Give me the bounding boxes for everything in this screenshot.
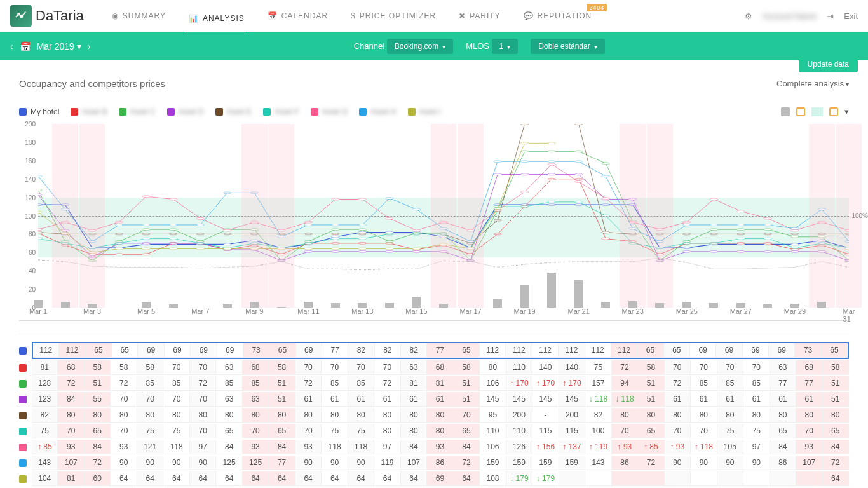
price-cell[interactable]: 112	[585, 343, 611, 358]
price-cell[interactable]: 84	[823, 440, 849, 454]
price-cell[interactable]	[559, 471, 585, 486]
price-cell[interactable]: 121	[137, 440, 163, 454]
price-cell[interactable]: 107	[401, 456, 427, 470]
price-cell[interactable]: ↑ 93	[665, 440, 691, 454]
price-cell[interactable]: 70	[796, 424, 822, 438]
price-cell[interactable]: 81	[401, 376, 427, 391]
price-cell[interactable]: 80	[111, 408, 137, 423]
price-cell[interactable]: 112	[33, 343, 59, 358]
price-cell[interactable]: 70	[691, 424, 717, 438]
toggle-b[interactable]	[829, 107, 838, 116]
price-cell[interactable]: 70	[454, 408, 480, 423]
price-cell[interactable]: 65	[216, 424, 242, 438]
price-cell[interactable]: 64	[322, 471, 348, 486]
legend-item[interactable]: Hotel I	[408, 107, 442, 116]
price-cell[interactable]: 75	[348, 424, 374, 438]
price-cell[interactable]: 69	[296, 343, 322, 358]
price-cell[interactable]: 100	[585, 424, 611, 438]
price-cell[interactable]: 61	[717, 392, 743, 407]
price-cell[interactable]: 61	[665, 392, 691, 407]
price-cell[interactable]: 110	[506, 424, 532, 438]
price-cell[interactable]: 140	[559, 360, 585, 375]
price-cell[interactable]: 85	[348, 376, 374, 391]
price-cell[interactable]: 80	[427, 424, 453, 438]
price-cell[interactable]: 118	[348, 440, 374, 454]
price-cell[interactable]: 61	[348, 392, 374, 407]
price-cell[interactable]: 85	[216, 376, 242, 391]
price-cell[interactable]: 65	[85, 424, 111, 438]
price-cell[interactable]: 112	[611, 343, 637, 358]
exit-link[interactable]: Exit	[844, 11, 858, 21]
price-cell[interactable]: 80	[269, 408, 295, 423]
price-cell[interactable]: 93	[111, 440, 137, 454]
price-cell[interactable]: 70	[243, 424, 269, 438]
price-cell[interactable]: 72	[111, 376, 137, 391]
price-chart[interactable]: 020406080100120140160180200 100% Mar 1Ma…	[19, 124, 849, 321]
price-cell[interactable]: 65	[770, 424, 796, 438]
price-cell[interactable]: 82	[348, 343, 374, 358]
price-cell[interactable]: 69	[427, 471, 453, 486]
price-cell[interactable]: 85	[322, 376, 348, 391]
price-cell[interactable]: -	[532, 408, 559, 423]
price-cell[interactable]: 80	[243, 408, 269, 423]
price-cell[interactable]: 75	[743, 424, 770, 438]
price-cell[interactable]: 80	[427, 408, 453, 423]
toggle-a[interactable]	[796, 107, 805, 116]
price-cell[interactable]	[691, 471, 717, 486]
price-cell[interactable]: 63	[243, 392, 269, 407]
legend-item[interactable]: Hotel H	[359, 107, 396, 116]
price-cell[interactable]: ↓ 179	[532, 471, 559, 486]
price-cell[interactable]: 72	[454, 456, 480, 470]
price-cell[interactable]: 86	[612, 456, 638, 470]
settings-icon[interactable]: ⚙	[745, 11, 752, 21]
price-cell[interactable]: 61	[796, 392, 822, 407]
price-cell[interactable]: 80	[665, 408, 691, 423]
price-cell[interactable]: 115	[532, 424, 559, 438]
price-cell[interactable]: 75	[137, 424, 163, 438]
price-cell[interactable]: 97	[374, 440, 400, 454]
price-cell[interactable]: 84	[269, 440, 295, 454]
price-cell[interactable]: 58	[111, 360, 137, 375]
price-cell[interactable]: 70	[374, 360, 400, 375]
price-cell[interactable]: 143	[585, 456, 611, 470]
price-cell[interactable]: 70	[295, 360, 322, 375]
price-cell[interactable]: 61	[743, 392, 770, 407]
price-cell[interactable]: 64	[454, 471, 480, 486]
price-cell[interactable]: 90	[137, 456, 163, 470]
price-cell[interactable]: 69	[716, 343, 742, 358]
price-cell[interactable]: 64	[295, 471, 322, 486]
price-cell[interactable]: 51	[823, 392, 849, 407]
price-cell[interactable]: 73	[243, 343, 269, 358]
nav-summary[interactable]: ◉SUMMARY	[109, 5, 168, 27]
price-cell[interactable]: 108	[480, 471, 506, 486]
price-cell[interactable]	[665, 471, 691, 486]
price-cell[interactable]: 80	[216, 408, 242, 423]
nav-analysis[interactable]: 📊ANALYSIS	[186, 5, 247, 34]
price-cell[interactable]: 58	[823, 360, 849, 375]
prev-month-button[interactable]: ‹	[10, 41, 13, 51]
nav-calendar[interactable]: 📅CALENDAR	[265, 5, 330, 27]
username[interactable]: Account Name	[763, 11, 817, 21]
price-cell[interactable]: 69	[769, 343, 795, 358]
price-cell[interactable]: 80	[743, 408, 770, 423]
price-cell[interactable]: 64	[374, 471, 400, 486]
price-cell[interactable]	[638, 471, 664, 486]
price-cell[interactable]: 72	[295, 376, 322, 391]
price-cell[interactable]: 61	[322, 392, 348, 407]
price-cell[interactable]: 90	[348, 456, 374, 470]
price-cell[interactable]: 72	[374, 376, 400, 391]
price-cell[interactable]: 58	[137, 360, 163, 375]
price-cell[interactable]: 60	[85, 471, 111, 486]
price-cell[interactable]: 51	[823, 376, 849, 391]
nav-price-optimizer[interactable]: $PRICE OPTIMIZER	[348, 5, 438, 27]
price-cell[interactable]: 80	[823, 408, 849, 423]
price-cell[interactable]: 61	[295, 392, 322, 407]
roomtype-dropdown[interactable]: Doble estándar	[531, 39, 604, 54]
legend-item[interactable]: Hotel B	[71, 107, 107, 116]
price-cell[interactable]: 63	[216, 392, 242, 407]
price-cell[interactable]: 80	[638, 408, 664, 423]
price-cell[interactable]	[770, 471, 796, 486]
price-cell[interactable]: 70	[190, 392, 216, 407]
price-cell[interactable]: 85	[243, 376, 269, 391]
price-cell[interactable]: 112	[559, 343, 585, 358]
